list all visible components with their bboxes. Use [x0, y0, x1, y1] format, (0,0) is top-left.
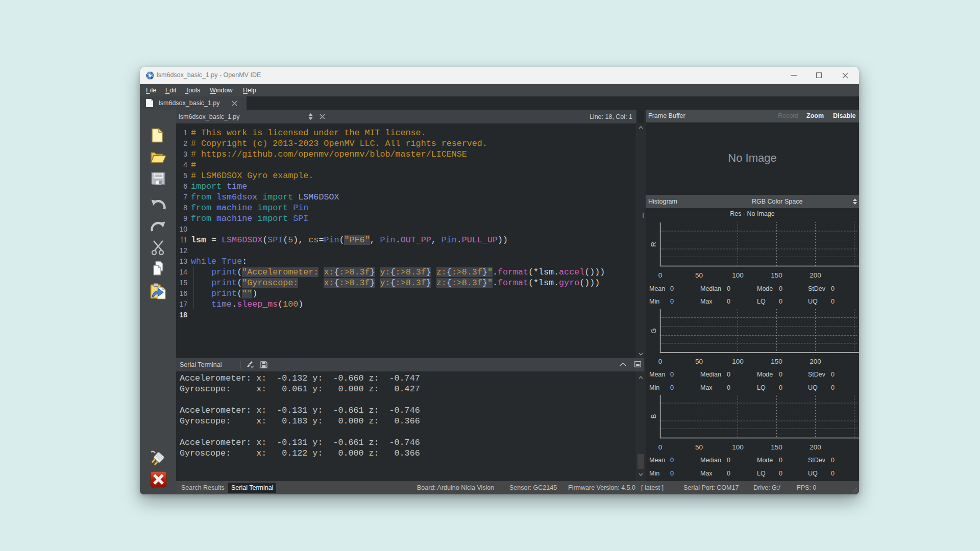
svg-text:Mode: Mode	[757, 457, 773, 464]
svg-text:0: 0	[779, 384, 782, 391]
svg-text:0: 0	[658, 358, 663, 365]
svg-text:0: 0	[670, 371, 674, 378]
svg-text:Median: Median	[700, 457, 721, 464]
svg-text:Max: Max	[700, 384, 713, 391]
svg-text:LQ: LQ	[757, 298, 766, 305]
svg-text:0: 0	[727, 285, 730, 292]
svg-text:0: 0	[779, 371, 782, 378]
svg-text:0: 0	[831, 470, 835, 477]
svg-text:Mean: Mean	[649, 457, 665, 464]
svg-text:Min: Min	[649, 298, 659, 305]
svg-text:Mode: Mode	[757, 285, 773, 292]
svg-text:0: 0	[779, 470, 782, 477]
svg-text:0: 0	[727, 298, 730, 305]
svg-text:0: 0	[670, 298, 674, 305]
svg-text:100: 100	[732, 443, 744, 451]
svg-text:R: R	[650, 242, 657, 247]
svg-text:Mean: Mean	[649, 371, 665, 378]
svg-text:StDev: StDev	[808, 371, 826, 378]
svg-text:0: 0	[658, 443, 663, 451]
svg-text:UQ: UQ	[808, 298, 818, 305]
svg-text:0: 0	[727, 457, 730, 464]
svg-text:100: 100	[732, 358, 744, 365]
svg-text:StDev: StDev	[808, 285, 826, 292]
svg-text:200: 200	[810, 443, 821, 451]
svg-text:0: 0	[727, 384, 730, 391]
svg-text:Min: Min	[649, 384, 659, 391]
svg-text:0: 0	[831, 371, 835, 378]
svg-text:UQ: UQ	[808, 384, 818, 391]
svg-text:200: 200	[810, 271, 821, 279]
svg-text:50: 50	[695, 358, 703, 365]
svg-text:0: 0	[831, 285, 835, 292]
svg-text:LQ: LQ	[757, 470, 766, 477]
svg-text:0: 0	[670, 384, 674, 391]
svg-text:B: B	[650, 414, 657, 418]
svg-text:Max: Max	[700, 298, 713, 305]
svg-text:Median: Median	[700, 285, 721, 292]
svg-text:StDev: StDev	[808, 457, 826, 464]
svg-text:0: 0	[727, 470, 730, 477]
svg-text:50: 50	[695, 271, 703, 279]
svg-text:150: 150	[771, 443, 782, 451]
svg-text:0: 0	[779, 457, 782, 464]
svg-text:0: 0	[779, 298, 782, 305]
svg-text:0: 0	[831, 298, 835, 305]
svg-text:Min: Min	[649, 470, 659, 477]
svg-text:0: 0	[831, 384, 835, 391]
svg-text:0: 0	[831, 457, 835, 464]
svg-text:50: 50	[695, 443, 703, 451]
svg-text:150: 150	[771, 271, 782, 279]
svg-text:0: 0	[727, 371, 730, 378]
svg-text:G: G	[650, 328, 657, 334]
svg-text:Max: Max	[700, 470, 713, 477]
svg-text:150: 150	[771, 358, 782, 365]
svg-text:UQ: UQ	[808, 470, 818, 477]
svg-text:0: 0	[658, 271, 663, 279]
svg-text:Median: Median	[700, 371, 721, 378]
svg-text:0: 0	[670, 457, 674, 464]
svg-text:0: 0	[670, 285, 674, 292]
svg-text:0: 0	[779, 285, 782, 292]
svg-text:Mean: Mean	[649, 285, 665, 292]
svg-text:100: 100	[732, 271, 744, 279]
svg-text:LQ: LQ	[757, 384, 766, 391]
svg-text:Mode: Mode	[757, 371, 773, 378]
svg-text:200: 200	[810, 358, 821, 365]
svg-text:0: 0	[670, 470, 674, 477]
